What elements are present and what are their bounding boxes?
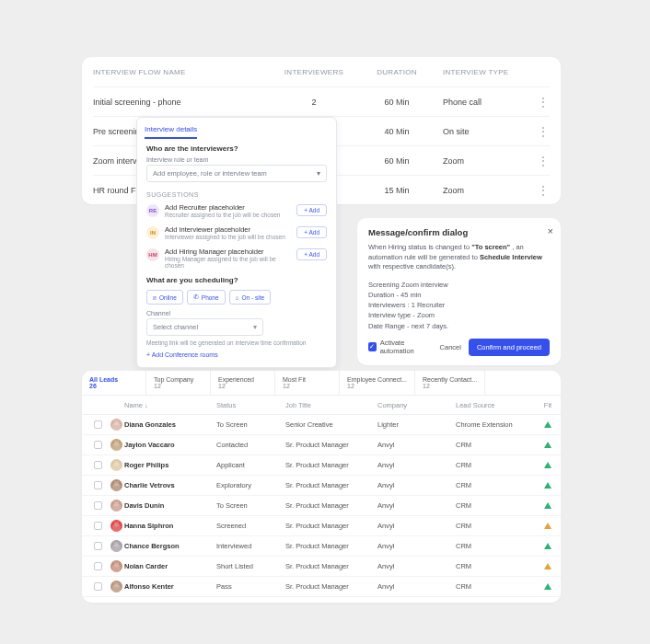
flow-row[interactable]: Initial screening - phone 2 60 Min Phone… <box>93 86 550 116</box>
option-label: Phone <box>202 294 219 301</box>
filter-chip[interactable]: Top Company12 <box>146 371 211 395</box>
placeholder-badge: HM <box>146 248 159 261</box>
lead-name: Hanna Siphron <box>124 522 216 530</box>
flow-duration: 60 Min <box>351 98 443 107</box>
kebab-icon[interactable]: ⋮ <box>535 97 551 108</box>
avatar <box>110 560 122 572</box>
chip-title: Most Fit <box>283 376 331 383</box>
row-checkbox[interactable] <box>94 441 102 449</box>
avatar <box>110 459 122 471</box>
filter-chip[interactable]: Employee Connect...12 <box>340 371 415 395</box>
schedule-option[interactable]: ⌂On - site <box>229 290 272 305</box>
lead-name: Nolan Carder <box>124 562 216 570</box>
col-fit[interactable]: Fit <box>544 401 551 409</box>
flow-type: Zoom <box>443 186 535 195</box>
lead-source: CRM <box>456 562 539 570</box>
schedule-option[interactable]: ⎚Online <box>146 290 183 305</box>
chip-title: All Leads <box>89 376 138 383</box>
lead-row[interactable]: Roger Philips Applicant Sr. Product Mana… <box>82 455 561 476</box>
dialog-meta: Screening Zoom interviewDuration - 45 mi… <box>368 280 550 331</box>
add-placeholder-button[interactable]: + Add <box>296 204 327 216</box>
lead-source: CRM <box>456 582 539 591</box>
lead-row[interactable]: Diana Gonzales To Screen Senior Creative… <box>82 415 561 435</box>
filter-chip[interactable]: Recently Contact...12 <box>415 371 485 395</box>
confirm-button[interactable]: Confirm and proceed <box>469 339 550 356</box>
add-placeholder-button[interactable]: + Add <box>296 226 327 238</box>
suggestion-desc: Hiring Manager assigned to the job will … <box>165 256 291 269</box>
row-checkbox[interactable] <box>94 542 102 550</box>
fit-icon <box>544 563 551 569</box>
lead-job: Sr. Product Manager <box>285 441 377 449</box>
interviewers-placeholder: Add employee, role or interview team <box>153 169 267 178</box>
close-icon[interactable]: × <box>548 225 553 236</box>
row-checkbox[interactable] <box>94 501 102 510</box>
meeting-link-note: Meeting link will be generated on interv… <box>146 339 327 346</box>
tab-interview-details[interactable]: Interview details <box>145 123 197 139</box>
suggestion-title: Add Interviewer placeholder <box>165 225 291 234</box>
lead-job: Sr. Product Manager <box>285 461 377 469</box>
lead-company: Lighter <box>377 420 456 429</box>
suggestion-title: Add Hiring Manager placeholder <box>165 247 291 256</box>
interviewers-field-label: Interview role or team <box>146 156 327 163</box>
channel-select[interactable]: Select channel ▾ <box>146 318 263 336</box>
placeholder-badge: RE <box>146 204 159 217</box>
fit-icon <box>544 421 551 428</box>
row-checkbox[interactable] <box>94 481 102 489</box>
lead-name: Jaylon Vaccaro <box>124 441 216 449</box>
kebab-icon[interactable]: ⋮ <box>535 126 551 137</box>
col-status[interactable]: Status <box>216 401 285 409</box>
col-source[interactable]: Lead Source <box>456 401 539 409</box>
chip-title: Employee Connect... <box>347 376 407 383</box>
col-job[interactable]: Job Title <box>285 401 377 409</box>
flow-type: Phone call <box>443 98 535 107</box>
lead-row[interactable]: Charlie Vetrovs Exploratory Sr. Product … <box>82 476 561 496</box>
suggestion-desc: Interviewer assigned to the job will be … <box>165 234 291 240</box>
filter-chip[interactable]: All Leads26 <box>82 371 146 395</box>
flow-name: Initial screening - phone <box>93 98 277 107</box>
lead-name: Chance Bergson <box>124 542 216 550</box>
filter-chip[interactable]: Experienced12 <box>211 371 275 395</box>
fit-icon <box>544 523 551 529</box>
cancel-button[interactable]: Cancel <box>440 343 461 351</box>
lead-row[interactable]: Chance Bergson Interviewed Sr. Product M… <box>82 536 561 557</box>
row-checkbox[interactable] <box>94 461 102 469</box>
chip-title: Top Company <box>154 376 203 383</box>
col-duration: DURATION <box>351 68 443 76</box>
lead-company: Anvyl <box>377 441 456 449</box>
row-checkbox[interactable] <box>94 582 102 591</box>
suggestion-desc: Recruiter assigned to the job will be ch… <box>165 212 291 218</box>
activate-automation-checkbox[interactable]: ✓ Activate automation <box>368 339 433 355</box>
dialog-text: When Hiring status is changed to "To scr… <box>368 243 550 272</box>
schedule-option[interactable]: ✆Phone <box>187 290 226 305</box>
add-placeholder-button[interactable]: + Add <box>296 248 327 260</box>
col-name[interactable]: Name ↓ <box>124 401 216 409</box>
suggestion-title: Add Recruiter placeholder <box>165 203 291 212</box>
lead-status: Short Listed <box>216 562 285 570</box>
lead-job: Sr. Product Manager <box>285 562 377 570</box>
chip-count: 26 <box>89 383 138 389</box>
lead-row[interactable]: Jaylon Vaccaro Contacted Sr. Product Man… <box>82 435 561 455</box>
flow-interviewers: 2 <box>277 98 351 107</box>
lead-company: Anvyl <box>377 542 456 550</box>
interviewers-heading: Who are the interviewers? <box>146 144 327 153</box>
row-checkbox[interactable] <box>94 562 102 570</box>
suggestion-row: IN Add Interviewer placeholder Interview… <box>146 225 327 240</box>
check-icon: ✓ <box>368 342 377 351</box>
row-checkbox[interactable] <box>94 420 102 429</box>
avatar <box>110 581 122 592</box>
col-name: INTERVIEW FLOW NAME <box>93 68 277 76</box>
lead-row[interactable]: Davis Dunin To Screen Sr. Product Manage… <box>82 496 561 516</box>
lead-row[interactable]: Nolan Carder Short Listed Sr. Product Ma… <box>82 557 561 577</box>
kebab-icon[interactable]: ⋮ <box>535 155 551 167</box>
lead-row[interactable]: Hanna Siphron Screened Sr. Product Manag… <box>82 516 561 536</box>
add-conference-rooms-link[interactable]: + Add Conference rooms <box>146 351 327 358</box>
filter-chip[interactable]: Most Fit12 <box>275 371 340 395</box>
row-checkbox[interactable] <box>94 522 102 530</box>
flow-type: On site <box>443 127 535 136</box>
kebab-icon[interactable]: ⋮ <box>535 185 551 196</box>
col-company[interactable]: Company <box>377 401 456 409</box>
lead-row[interactable]: Alfonso Kenter Pass Sr. Product Manager … <box>82 577 561 597</box>
avatar <box>110 479 122 491</box>
lead-company: Anvyl <box>377 562 456 570</box>
interviewers-input[interactable]: Add employee, role or interview team ▾ <box>146 165 327 182</box>
